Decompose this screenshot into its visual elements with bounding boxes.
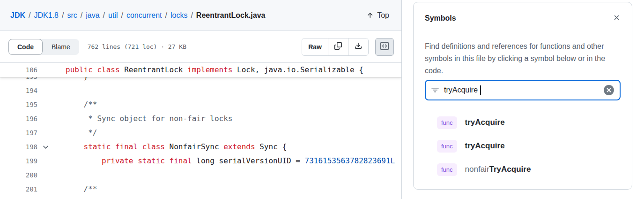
raw-button[interactable]: Raw xyxy=(302,38,328,55)
copy-button[interactable] xyxy=(328,38,348,55)
code-line-106: 106public class ReentrantLock implements… xyxy=(0,63,401,77)
text-caret xyxy=(480,85,481,95)
file-info: 762 lines (721 loc) · 27 KB xyxy=(88,43,186,50)
symbols-region: Symbols Find definitions and references … xyxy=(402,0,644,199)
raw-actions-group: Raw xyxy=(302,38,369,56)
code-line-200: 200 xyxy=(0,168,401,182)
code-line-198: 198 static final class NonfairSync exten… xyxy=(0,140,401,154)
tab-blame[interactable]: Blame xyxy=(43,39,79,55)
line-number[interactable]: 200 xyxy=(0,168,37,182)
symbol-name: tryAcquire xyxy=(465,141,505,151)
breadcrumb-link-src[interactable]: src xyxy=(67,11,77,20)
symbol-result[interactable]: functryAcquire xyxy=(425,134,621,158)
code-content: */ xyxy=(53,126,401,140)
breadcrumb-link-jdk1.8[interactable]: JDK1.8 xyxy=(34,11,58,20)
line-number[interactable]: 195 xyxy=(0,98,37,112)
line-number[interactable]: 196 xyxy=(0,112,37,126)
arrow-up-icon xyxy=(366,12,374,19)
chevron-placeholder xyxy=(37,168,53,182)
breadcrumb-current-file: ReentrantLock.java xyxy=(196,11,266,20)
chevron-placeholder xyxy=(37,63,53,77)
symbol-kind-badge: func xyxy=(437,163,457,176)
symbol-name: tryAcquire xyxy=(465,118,505,127)
code-content xyxy=(53,84,401,98)
symbols-panel-title: Symbols xyxy=(425,14,612,23)
back-to-top-label: Top xyxy=(377,11,389,20)
code-line-195: 195 /** xyxy=(0,98,401,112)
symbol-results: functryAcquirefunctryAcquirefuncnonfairT… xyxy=(425,111,621,181)
sticky-line: 106public class ReentrantLock implements… xyxy=(0,63,401,77)
line-number[interactable]: 106 xyxy=(0,63,37,77)
code-viewer: 106public class ReentrantLock implements… xyxy=(0,63,401,199)
code-line-194: 194 xyxy=(0,84,401,98)
collapse-chevron-icon[interactable] xyxy=(37,140,53,154)
symbol-result[interactable]: functryAcquire xyxy=(425,111,621,134)
raw-button-label: Raw xyxy=(308,43,322,51)
filter-icon xyxy=(431,86,439,94)
symbol-search-input[interactable] xyxy=(444,86,604,94)
breadcrumb-link-locks[interactable]: locks xyxy=(170,11,187,20)
line-number[interactable]: 194 xyxy=(0,84,37,98)
code-content: /** xyxy=(53,182,401,196)
chevron-placeholder xyxy=(37,126,53,140)
back-to-top-button[interactable]: Top xyxy=(366,11,389,20)
symbol-kind-badge: func xyxy=(437,140,457,153)
code-content: public class ReentrantLock implements Lo… xyxy=(53,63,401,77)
breadcrumb-separator: / xyxy=(25,11,34,20)
symbol-kind-badge: func xyxy=(437,116,457,129)
code-content: * Sync object for non-fair locks xyxy=(53,112,401,126)
line-number[interactable]: 198 xyxy=(0,140,37,154)
chevron-placeholder xyxy=(37,112,53,126)
breadcrumb-link-jdk[interactable]: JDK xyxy=(10,11,25,20)
chevron-placeholder xyxy=(37,182,53,196)
breadcrumb-separator: / xyxy=(162,11,170,20)
symbols-toggle-button[interactable] xyxy=(375,38,394,56)
symbols-panel: Symbols Find definitions and references … xyxy=(413,2,632,190)
breadcrumb-link-java[interactable]: java xyxy=(86,11,99,20)
breadcrumb: JDK/JDK1.8/src/java/util/concurrent/lock… xyxy=(10,11,366,20)
breadcrumb-link-concurrent[interactable]: concurrent xyxy=(126,11,162,20)
download-button[interactable] xyxy=(348,38,368,55)
code-line-197: 197 */ xyxy=(0,126,401,140)
copy-icon xyxy=(334,42,342,52)
chevron-placeholder xyxy=(37,98,53,112)
code-blame-switch: Code Blame xyxy=(8,39,79,55)
clear-search-button[interactable] xyxy=(604,85,614,95)
file-toolbar: Code Blame 762 lines (721 loc) · 27 KB R… xyxy=(0,31,401,63)
breadcrumb-separator: / xyxy=(118,11,126,20)
code-line-199: 199 private static final long serialVers… xyxy=(0,154,401,168)
line-number[interactable]: 199 xyxy=(0,154,37,168)
breadcrumb-separator: / xyxy=(59,11,67,20)
symbol-name: nonfairTryAcquire xyxy=(465,165,531,174)
chevron-placeholder xyxy=(37,154,53,168)
symbols-panel-description: Find definitions and references for func… xyxy=(425,40,621,77)
chevron-placeholder xyxy=(37,84,53,98)
code-line-196: 196 * Sync object for non-fair locks xyxy=(0,112,401,126)
breadcrumb-link-util[interactable]: util xyxy=(108,11,118,20)
code-content: /** xyxy=(53,98,401,112)
tab-code[interactable]: Code xyxy=(8,39,43,55)
breadcrumb-bar: JDK/JDK1.8/src/java/util/concurrent/lock… xyxy=(0,0,401,31)
breadcrumb-separator: / xyxy=(187,11,196,20)
breadcrumb-separator: / xyxy=(100,11,108,20)
code-pane: JDK/JDK1.8/src/java/util/concurrent/lock… xyxy=(0,0,402,199)
code-content: static final class NonfairSync extends S… xyxy=(53,140,401,154)
code-lines: 193 }194195 /**196 * Sync object for non… xyxy=(0,63,401,196)
code-content: private static final long serialVersionU… xyxy=(53,154,401,168)
symbol-result[interactable]: funcnonfairTryAcquire xyxy=(425,158,621,181)
line-number[interactable]: 197 xyxy=(0,126,37,140)
download-icon xyxy=(355,42,362,52)
breadcrumb-separator: / xyxy=(77,11,86,20)
close-symbols-button[interactable] xyxy=(612,13,622,24)
code-line-201: 201 /** xyxy=(0,182,401,196)
symbol-search-field xyxy=(425,80,621,100)
code-content xyxy=(53,168,401,182)
code-square-icon xyxy=(380,41,389,53)
line-number[interactable]: 201 xyxy=(0,182,37,196)
close-icon xyxy=(613,14,621,23)
